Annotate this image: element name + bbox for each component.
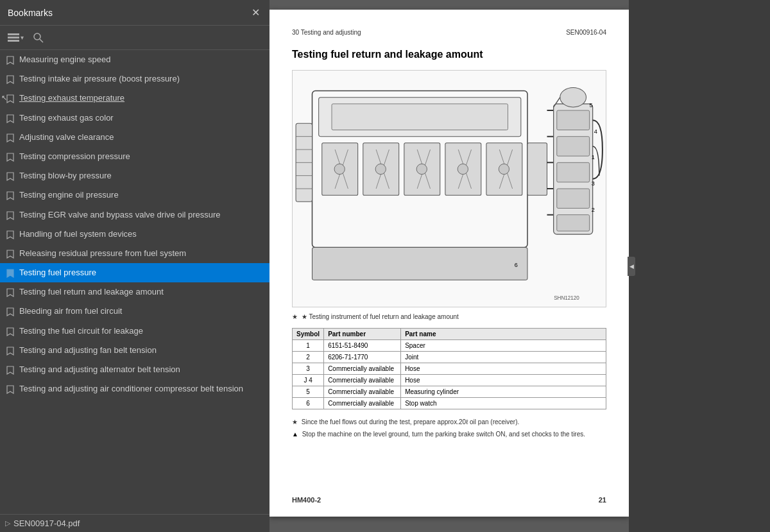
bookmark-item-testing-exhaust-gas[interactable]: Testing exhaust gas color xyxy=(0,108,270,128)
parts-table: Symbol Part number Part name 1 6151-51-8… xyxy=(292,328,606,409)
bookmark-icon xyxy=(5,307,15,317)
bookmark-item-adjusting-valve[interactable]: Adjusting valve clearance xyxy=(0,128,270,147)
bookmark-icon xyxy=(5,384,15,395)
bookmark-item-testing-fuel-return[interactable]: Testing fuel return and leakage amount xyxy=(0,282,270,302)
note-2-text: Stop the machine on the level ground, tu… xyxy=(302,431,585,438)
svg-rect-8 xyxy=(332,104,508,130)
pdf-header-right: SEN00916-04 xyxy=(566,29,606,36)
svg-rect-0 xyxy=(8,33,19,35)
pdf-header: 30 Testing and adjusting SEN00916-04 xyxy=(292,29,606,36)
svg-rect-34 xyxy=(557,162,590,182)
bookmarks-list: Measuring engine speed Testing intake ai… xyxy=(0,50,270,514)
bookmark-icon xyxy=(5,114,15,124)
table-row: 6 Commercially available Stop watch xyxy=(293,398,606,409)
table-cell-part-name: Joint xyxy=(401,352,606,363)
svg-rect-33 xyxy=(557,137,590,157)
svg-text:5: 5 xyxy=(590,102,593,108)
svg-text:2: 2 xyxy=(592,207,595,213)
bookmark-icon xyxy=(5,287,15,298)
bookmarks-toolbar: ▾ xyxy=(0,26,270,50)
table-cell-part-number: 6206-71-1770 xyxy=(324,352,401,363)
svg-point-44 xyxy=(560,87,586,107)
bookmark-icon xyxy=(5,327,15,337)
list-icon xyxy=(8,33,19,42)
table-cell-part-number: Commercially available xyxy=(324,398,401,409)
svg-point-48 xyxy=(416,164,427,174)
engine-diagram: 5 4 1 3 2 6 SHN12120 xyxy=(293,71,606,307)
table-cell-part-name: Measuring cylinder xyxy=(401,386,606,398)
bookmark-item-bleeding-air[interactable]: Bleeding air from fuel circuit xyxy=(0,302,270,321)
bookmark-item-handling-fuel[interactable]: Handling of fuel system devices xyxy=(0,225,270,244)
bookmark-text: Testing blow-by pressure xyxy=(19,170,262,182)
caption-text: ★ Testing instrument of fuel return and … xyxy=(302,313,459,320)
pdf-footer-left: HM400-2 xyxy=(292,496,321,504)
bookmark-item-measuring-engine-speed[interactable]: Measuring engine speed xyxy=(0,50,270,69)
bookmark-item-releasing-pressure[interactable]: Releasing residual pressure from fuel sy… xyxy=(0,244,270,263)
bookmark-icon xyxy=(5,230,15,240)
bookmark-item-testing-ac-belt[interactable]: Testing and adjusting air conditioner co… xyxy=(0,379,270,399)
bookmark-item-testing-blowby[interactable]: Testing blow-by pressure xyxy=(0,166,270,185)
bookmark-item-testing-alternator-belt[interactable]: Testing and adjusting alternator belt te… xyxy=(0,360,270,379)
bookmark-text: Testing and adjusting air conditioner co… xyxy=(19,383,262,395)
pdf-panel: 30 Testing and adjusting SEN00916-04 Tes… xyxy=(270,0,629,532)
table-cell-part-number: Commercially available xyxy=(324,375,401,386)
svg-text:SHN12120: SHN12120 xyxy=(554,295,579,301)
bookmark-text: Handling of fuel system devices xyxy=(19,228,262,240)
svg-rect-35 xyxy=(557,189,590,209)
table-header-symbol: Symbol xyxy=(293,329,324,340)
table-cell-part-name: Stop watch xyxy=(401,398,606,409)
table-cell-part-number: Commercially available xyxy=(324,363,401,375)
table-cell-symbol: 5 xyxy=(293,386,324,398)
bookmark-text-active: Testing fuel pressure xyxy=(19,267,262,279)
table-cell-symbol: 2 xyxy=(293,352,324,363)
bookmark-text: Testing fuel return and leakage amount xyxy=(19,286,262,298)
svg-point-46 xyxy=(334,164,345,174)
bookmark-text: Testing intake air pressure (boost press… xyxy=(19,73,262,85)
table-cell-symbol: J 4 xyxy=(293,375,324,386)
image-caption: ★ ★ Testing instrument of fuel return an… xyxy=(292,313,606,322)
bookmark-icon-active xyxy=(5,268,15,279)
list-view-button[interactable]: ▾ xyxy=(6,29,24,47)
bookmark-text: Adjusting valve clearance xyxy=(19,132,262,143)
bookmark-item-testing-fan-belt[interactable]: Testing and adjusting fan belt tension xyxy=(0,341,270,360)
bookmark-text: Testing exhaust temperature xyxy=(19,92,262,104)
pdf-header-left: 30 Testing and adjusting xyxy=(292,29,361,36)
bookmark-item-testing-egr[interactable]: Testing EGR valve and bypass valve drive… xyxy=(0,205,270,225)
bookmark-text: Testing compression pressure xyxy=(19,151,262,162)
pdf-footer-right: 21 xyxy=(599,496,606,504)
bookmarks-panel: Bookmarks ✕ ▾ xyxy=(0,0,270,532)
svg-rect-14 xyxy=(527,143,547,195)
bookmark-text: Testing and adjusting fan belt tension xyxy=(19,345,262,356)
bookmark-search-button[interactable] xyxy=(30,29,47,47)
bookmark-item-testing-fuel-circuit[interactable]: Testing the fuel circuit for leakage xyxy=(0,322,270,341)
bookmark-item-testing-exhaust-temp[interactable]: ↖ Testing exhaust temperature xyxy=(0,89,270,108)
svg-rect-36 xyxy=(557,215,590,231)
note-2: ▲ Stop the machine on the level ground, … xyxy=(292,429,606,439)
svg-rect-25 xyxy=(312,248,528,280)
svg-line-4 xyxy=(40,39,43,42)
table-cell-symbol: 6 xyxy=(293,398,324,409)
svg-text:4: 4 xyxy=(594,128,597,135)
close-button[interactable]: ✕ xyxy=(249,6,262,19)
svg-text:3: 3 xyxy=(592,180,595,187)
bookmark-item-testing-oil-pressure[interactable]: Testing engine oil pressure xyxy=(0,185,270,205)
bookmark-icon xyxy=(5,365,15,375)
svg-text:6: 6 xyxy=(515,262,518,268)
bookmark-icon xyxy=(5,171,15,182)
collapse-panel-button[interactable]: ◀ xyxy=(628,257,635,276)
bookmark-item-testing-intake-air[interactable]: Testing intake air pressure (boost press… xyxy=(0,69,270,89)
bookmark-icon xyxy=(5,210,15,221)
bookmark-icon xyxy=(5,346,15,356)
bookmark-text: Releasing residual pressure from fuel sy… xyxy=(19,248,262,259)
table-cell-part-name: Hose xyxy=(401,363,606,375)
svg-rect-1 xyxy=(8,37,19,39)
bookmark-item-testing-compression[interactable]: Testing compression pressure xyxy=(0,147,270,166)
bookmark-item-testing-fuel-pressure[interactable]: Testing fuel pressure xyxy=(0,263,270,282)
bookmark-text: Testing and adjusting alternator belt te… xyxy=(19,364,262,375)
bookmark-icon xyxy=(5,152,15,162)
expand-icon: ▷ xyxy=(5,519,10,528)
bottom-file-item[interactable]: ▷ SEN00917-04.pdf xyxy=(0,514,270,532)
bookmark-text: Testing EGR valve and bypass valve drive… xyxy=(19,209,262,221)
svg-rect-2 xyxy=(8,40,19,42)
table-row: 3 Commercially available Hose xyxy=(293,363,606,375)
